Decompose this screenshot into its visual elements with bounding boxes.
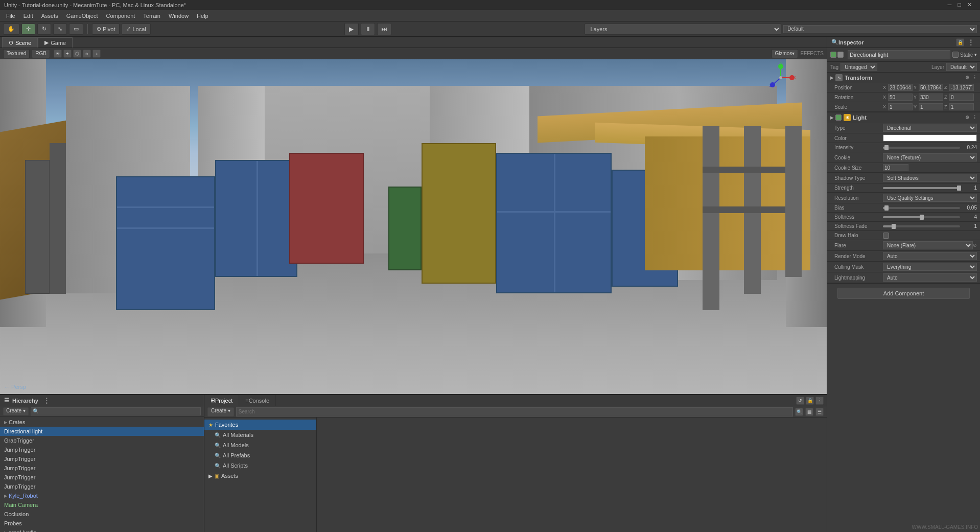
project-tab[interactable]: ⊞ Project	[204, 395, 239, 406]
flare-dropdown[interactable]: None (Flare)	[883, 241, 973, 249]
skybox-toggle[interactable]: ⬡	[73, 50, 81, 58]
type-dropdown[interactable]: Directional	[883, 124, 977, 132]
go-name-input[interactable]	[848, 50, 950, 59]
fx-toggle[interactable]: ✦	[63, 50, 72, 58]
project-sync-btn[interactable]: ↺	[796, 397, 804, 405]
play-btn[interactable]: ▶	[344, 23, 359, 35]
scale-tool-btn[interactable]: ⤡	[53, 24, 67, 35]
intensity-slider[interactable]	[883, 147, 960, 149]
h-item-jumptrigger-1[interactable]: JumpTrigger	[0, 445, 204, 454]
rgb-btn[interactable]: RGB	[32, 49, 50, 58]
render-mode-dropdown[interactable]: Auto	[883, 252, 977, 260]
static-arrow[interactable]: ▾	[974, 52, 977, 57]
rect-tool-btn[interactable]: ▭	[69, 24, 83, 35]
pivot-btn[interactable]: ⊕ Pivot	[92, 24, 120, 35]
menu-assets[interactable]: Assets	[37, 12, 62, 20]
h-item-jumptrigger-3[interactable]: JumpTrigger	[0, 464, 204, 473]
fog-toggle[interactable]: ≈	[83, 50, 91, 58]
h-item-probes[interactable]: Probes	[0, 519, 204, 528]
lightmapping-dropdown[interactable]: Auto	[883, 273, 977, 282]
flare-options[interactable]: ⊙	[973, 243, 977, 248]
close-btn[interactable]: ✕	[967, 2, 972, 8]
menu-terrain[interactable]: Terrain	[139, 12, 165, 20]
h-item-occlusion[interactable]: Occlusion	[0, 510, 204, 519]
color-swatch[interactable]	[883, 134, 977, 142]
go-active-checkbox[interactable]	[830, 52, 836, 58]
hierarchy-search-input[interactable]	[31, 407, 201, 415]
h-item-directional-light[interactable]: Directional light	[0, 427, 204, 436]
project-create-btn[interactable]: Create ▾	[207, 407, 234, 417]
scale-y-input[interactable]	[919, 103, 943, 110]
viewport-canvas[interactable]: X Y Z ← Persp	[0, 59, 827, 394]
transform-section-header[interactable]: ▶ ⤡ Transform ⚙ ⋮	[827, 73, 980, 83]
light-options[interactable]: ⋮	[972, 115, 977, 120]
project-lock-btn[interactable]: 🔒	[806, 397, 814, 405]
tree-all-models[interactable]: 🔍 All Models	[204, 440, 316, 450]
move-tool-btn[interactable]: ✛	[21, 24, 35, 35]
position-z-input[interactable]	[949, 84, 974, 91]
menu-edit[interactable]: Edit	[19, 12, 37, 20]
h-item-jumptrigger-4[interactable]: JumpTrigger	[0, 473, 204, 482]
h-item-jumptrigger-2[interactable]: JumpTrigger	[0, 454, 204, 464]
cookie-size-input[interactable]	[883, 164, 908, 171]
layer-dropdown[interactable]: Default	[946, 63, 977, 71]
transform-cog[interactable]: ⚙	[965, 75, 969, 80]
culling-mask-dropdown[interactable]: Everything	[883, 263, 977, 271]
softness-fade-slider[interactable]	[883, 225, 960, 227]
static-checkbox[interactable]	[952, 52, 959, 58]
pause-btn[interactable]: ⏸	[361, 23, 375, 35]
tree-favorites[interactable]: ★ Favorites	[204, 420, 316, 430]
light-enabled-checkbox[interactable]	[835, 114, 842, 121]
menu-file[interactable]: File	[2, 12, 19, 20]
project-search-input[interactable]	[236, 407, 793, 417]
transform-options[interactable]: ⋮	[972, 75, 977, 80]
lighting-toggle[interactable]: ☀	[54, 50, 62, 58]
h-item-kyle-robot[interactable]: ▶Kyle_Robot	[0, 491, 204, 500]
inspector-lock-btn[interactable]: 🔒	[956, 38, 964, 47]
tree-all-prefabs[interactable]: 🔍 All Prefabs	[204, 450, 316, 460]
h-item-crates[interactable]: ▶Crates	[0, 418, 204, 427]
bias-slider[interactable]	[883, 207, 960, 209]
local-btn[interactable]: ⤢ Local	[122, 24, 150, 35]
cookie-dropdown[interactable]: None (Texture)	[883, 153, 977, 161]
h-item-main-camera[interactable]: Main Camera	[0, 500, 204, 510]
layers-dropdown[interactable]: Layers	[585, 24, 781, 35]
rotation-z-input[interactable]	[949, 94, 974, 101]
project-search-btn[interactable]: 🔍	[795, 408, 803, 416]
menu-help[interactable]: Help	[193, 12, 213, 20]
menu-window[interactable]: Window	[165, 12, 193, 20]
strength-slider[interactable]	[883, 187, 960, 189]
position-x-input[interactable]	[888, 84, 913, 91]
position-y-input[interactable]	[919, 84, 943, 91]
gizmos-btn[interactable]: Gizmos ▾	[772, 49, 799, 58]
rotation-y-input[interactable]	[919, 94, 943, 101]
scene-tab[interactable]: ⊙ Scene	[2, 37, 38, 48]
shadow-type-dropdown[interactable]: Soft Shadows	[883, 174, 977, 182]
light-cog[interactable]: ⚙	[965, 115, 969, 120]
audio-toggle[interactable]: ♪	[92, 50, 101, 58]
project-menu-btn[interactable]: ⋮	[815, 397, 824, 405]
add-component-btn[interactable]: Add Component	[837, 288, 970, 299]
h-item-grabtrigger[interactable]: GrabTrigger	[0, 436, 204, 445]
maximize-btn[interactable]: □	[958, 2, 961, 8]
project-list-btn[interactable]: ☰	[815, 408, 824, 416]
tree-all-scripts[interactable]: 🔍 All Scripts	[204, 460, 316, 471]
tag-dropdown[interactable]: Untagged	[841, 63, 877, 71]
game-tab[interactable]: ▶ Game	[38, 37, 73, 48]
tree-assets[interactable]: ▶ ▣ Assets	[204, 471, 316, 481]
tree-all-materials[interactable]: 🔍 All Materials	[204, 430, 316, 440]
hierarchy-menu-btn[interactable]: ⋮	[41, 397, 52, 405]
scale-x-input[interactable]	[888, 103, 913, 110]
console-tab[interactable]: ≡ Console	[239, 395, 276, 406]
layout-dropdown[interactable]: Default	[783, 25, 977, 33]
hand-tool-btn[interactable]: ✋	[3, 24, 19, 35]
h-item-jumptrigger-5[interactable]: JumpTrigger	[0, 482, 204, 491]
project-view-btn[interactable]: ▦	[805, 408, 813, 416]
draw-halo-checkbox[interactable]	[883, 233, 889, 239]
inspector-menu-btn[interactable]: ⋮	[966, 38, 976, 47]
persp-label[interactable]: ← Persp	[4, 384, 26, 390]
light-section-header[interactable]: ▶ ☀ Light ⚙ ⋮	[827, 112, 980, 123]
rotate-tool-btn[interactable]: ↻	[37, 24, 51, 35]
menu-gameobject[interactable]: GameObject	[62, 12, 102, 20]
textured-btn[interactable]: Textured	[3, 49, 30, 58]
